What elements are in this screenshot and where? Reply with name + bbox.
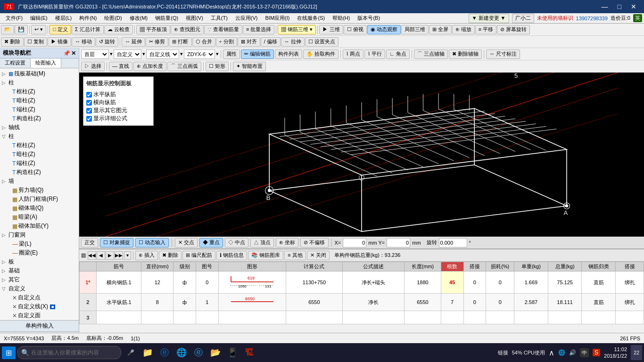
tree-item-qtq[interactable]: ▦砌体墙(Q)	[5, 204, 78, 213]
two-points-btn[interactable]: ⌇ 两点	[343, 49, 363, 59]
tree-item-zhu2[interactable]: ▽ 柱	[1, 132, 78, 141]
three-d-btn[interactable]: ▶ 三维	[319, 25, 343, 34]
trim-btn[interactable]: ✂ 修剪	[146, 37, 168, 47]
taskbar-icon-edge[interactable]: ⓔ	[157, 345, 172, 360]
tree-item-lz[interactable]: T暗柱(Z)	[5, 150, 78, 159]
tree-item-rfq[interactable]: ▦人防门框墙(RF)	[5, 195, 78, 204]
zdyx-select[interactable]: ZDYX-6	[184, 49, 215, 59]
tree-item-wall[interactable]: ▷ 墙	[1, 177, 78, 186]
floor-select[interactable]: 首层二层基础层	[81, 49, 109, 59]
pan-btn[interactable]: ≡ 平移	[475, 25, 496, 34]
align-btn[interactable]: ⊠ 对齐	[238, 37, 260, 47]
delete-row-btn[interactable]: ✖ 删除	[159, 251, 182, 260]
rebar-library-btn[interactable]: 📚 钢筋图库	[248, 251, 283, 260]
select-btn[interactable]: ▷ 选择	[81, 62, 105, 71]
menu-cloud[interactable]: 云应用(V)	[231, 14, 262, 23]
stretch-btn[interactable]: ↔ 拉伸	[281, 37, 305, 47]
open-file-btn[interactable]: 📂	[1, 25, 14, 34]
tree-item-gcz[interactable]: T构造柱(Z)	[5, 114, 78, 123]
tree-item-custom-surface[interactable]: ✕自定义面	[5, 311, 78, 320]
menu-help[interactable]: 帮助(H)	[329, 14, 354, 23]
menu-view[interactable]: 视图(V)	[182, 14, 207, 23]
tree-item-foundation[interactable]: ▷ 基础	[1, 266, 78, 275]
tab-project-settings[interactable]: 工程设置	[0, 58, 31, 68]
taskbar-search-input[interactable]	[17, 346, 121, 359]
dropdown-nav-btn[interactable]: ▾	[124, 251, 131, 260]
cb-vertical-input[interactable]	[86, 100, 92, 106]
cb-horizontal-input[interactable]	[86, 92, 92, 98]
dynamic-input-btn[interactable]: ☐ 动态输入	[135, 238, 169, 247]
tree-item-jlq[interactable]: ▦剪力墙(Q)	[5, 186, 78, 195]
dynamic-obs-btn[interactable]: ◉ 动态观察	[367, 25, 401, 34]
break-btn[interactable]: ⊞ 打断	[169, 37, 191, 47]
close-btn[interactable]: ✕ 关闭	[307, 251, 330, 260]
save-btn[interactable]: 💾	[15, 25, 28, 34]
other-btn[interactable]: ≡ 其他	[284, 251, 305, 260]
tree-item-axis[interactable]: ▷ 轴线	[1, 123, 78, 132]
new-change-button[interactable]: ▼ 新建变更 ▼	[469, 14, 509, 23]
batch-select-btn[interactable]: ≡ 批量选择	[243, 25, 274, 34]
menu-edit[interactable]: 编辑(E)	[26, 14, 51, 23]
taskbar-lang[interactable]: 中	[580, 348, 589, 357]
taskbar-icon-phone[interactable]: 📱	[225, 345, 240, 360]
set-grip-btn[interactable]: ☐ 设置夹点	[305, 37, 339, 47]
object-snap-btn[interactable]: ☐ 对象捕捉	[100, 238, 133, 247]
menu-file[interactable]: 文件(F)	[2, 14, 26, 23]
taskbar-antivirus[interactable]: S	[593, 349, 600, 356]
cb-show-other[interactable]: 显示其它图元	[86, 107, 150, 115]
fullscreen-btn[interactable]: ⊞ 全屏	[429, 25, 452, 34]
taskbar-day[interactable]: 22	[631, 345, 642, 360]
panel-close-btn[interactable]: ✕	[71, 50, 76, 57]
x-input[interactable]	[343, 238, 366, 247]
menu-modify[interactable]: 修改(M)	[126, 14, 152, 23]
menu-version[interactable]: 版本号(B)	[354, 14, 384, 23]
tree-item-door[interactable]: ▷ 门窗洞	[1, 230, 78, 239]
menu-rebar-qty[interactable]: 钢筋量(Q)	[151, 14, 182, 23]
split-btn[interactable]: ÷ 分割	[216, 37, 237, 47]
rebar-3d-btn[interactable]: ▦ 钢筋三维 ▾	[278, 25, 316, 34]
mid-point-btn[interactable]: ◆ 重点	[199, 238, 223, 247]
line-btn[interactable]: — 直线	[109, 62, 132, 71]
tree-item-gcz2[interactable]: T构造柱(Z)	[5, 168, 78, 177]
undo-btn[interactable]: ↩ ▾	[31, 25, 46, 34]
menu-online[interactable]: 在线服务(S)	[293, 14, 329, 23]
cb-vertical[interactable]: 横向纵筋	[86, 99, 150, 107]
orthogonal-btn[interactable]: 正交	[81, 238, 98, 247]
menu-component[interactable]: 构件(N)	[75, 14, 100, 23]
tree-item-dz[interactable]: T端柱(Z)	[5, 105, 78, 114]
top-view-btn[interactable]: ☐ 俯视	[344, 25, 367, 34]
tree-item-az[interactable]: T暗柱(Z)	[5, 96, 78, 105]
copy-btn[interactable]: ☐ 复制	[24, 37, 47, 47]
merge-btn[interactable]: ⬡ 合并	[192, 37, 215, 47]
close-button[interactable]: ✕	[627, 2, 640, 11]
tree-item-qtjj[interactable]: ▦砌体加筋(Y)	[5, 222, 78, 230]
cb-horizontal[interactable]: 水平纵筋	[86, 90, 150, 99]
taskbar-network-icon[interactable]: 🌐	[558, 349, 565, 356]
zoom-btn[interactable]: ⊕ 缩放	[452, 25, 475, 34]
pick-component-btn[interactable]: ✋ 拾取构件	[303, 49, 339, 59]
attribute-btn[interactable]: 属性	[223, 49, 240, 59]
taskbar-icon-ie[interactable]: ⓔ	[191, 345, 206, 360]
smart-layout-btn[interactable]: ✦ 智能布置	[233, 62, 266, 71]
tree-item-dz2[interactable]: T端柱(Z)	[5, 159, 78, 168]
offset-btn[interactable]: / 偏移	[261, 37, 281, 47]
move-btn[interactable]: ↔ 移动	[72, 37, 95, 47]
tree-item-slab[interactable]: ▷ 板	[1, 257, 78, 266]
mirror-btn[interactable]: ▶ 镜像	[48, 37, 71, 47]
rotate-btn[interactable]: ↺ 旋转	[96, 37, 118, 47]
prev-page-btn[interactable]: ◀	[97, 251, 105, 260]
taskbar-icon-glodon[interactable]: 🏗	[242, 345, 257, 360]
tree-item-ql[interactable]: —圈梁(E)	[5, 248, 78, 257]
next-page-btn[interactable]: ▶	[106, 251, 114, 260]
cloud-check-btn[interactable]: ☁ 云检查	[104, 25, 133, 34]
delete-btn[interactable]: ✖ 删除	[1, 37, 24, 47]
y-input[interactable]	[387, 238, 410, 247]
taskbar-icon-browser2[interactable]: 🌐	[174, 345, 189, 360]
angle-point-btn[interactable]: ∟ 角点	[386, 49, 410, 59]
taskbar-volume-icon[interactable]: 🔊	[569, 349, 576, 356]
component-list-btn[interactable]: 构件列表	[275, 49, 302, 59]
edit-rebar-btn[interactable]: ✏ 编辑钢筋	[241, 49, 274, 59]
scale-layout-btn[interactable]: ⊞ 编尺配筋	[182, 251, 215, 260]
rotate-input[interactable]	[439, 238, 467, 247]
tree-item-custom-point[interactable]: ✕自定义点	[5, 293, 78, 302]
